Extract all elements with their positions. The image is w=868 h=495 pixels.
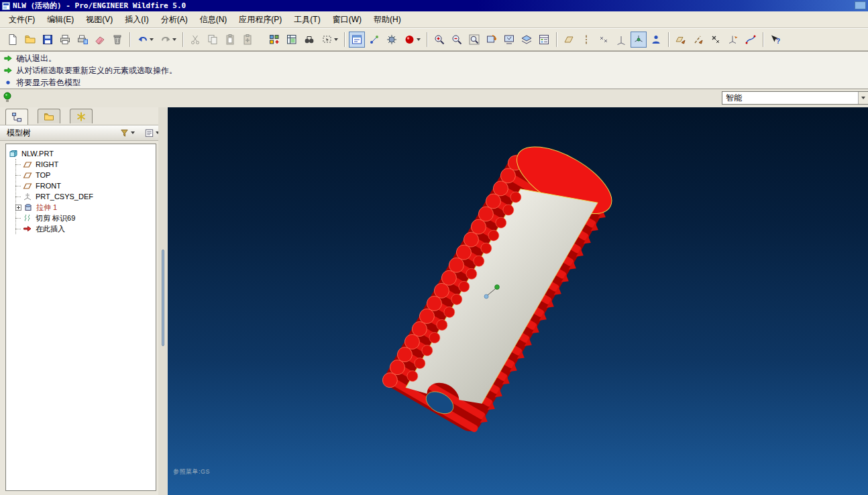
create-datum-curve-button[interactable] <box>743 32 759 48</box>
favorites-star-icon <box>76 111 87 122</box>
view-manager-button[interactable] <box>536 32 552 48</box>
display-settings-button[interactable] <box>349 32 365 48</box>
saved-views-button[interactable] <box>501 32 517 48</box>
tree-item-insert-here[interactable]: 在此插入 <box>9 223 154 234</box>
redo-button[interactable] <box>157 32 178 48</box>
regen-manager-button[interactable] <box>284 32 300 48</box>
paste-special-button[interactable] <box>239 32 256 48</box>
tab-favorites[interactable] <box>70 109 93 123</box>
regen-status-icon[interactable] <box>0 91 15 105</box>
datum-point-blue[interactable] <box>484 294 488 298</box>
model-tree: NLW.PRT RIGHT TOP FRONT PRT_CSYS_DEF <box>6 144 156 235</box>
navigator-tabs <box>5 109 93 125</box>
erase-display-button[interactable] <box>92 32 108 48</box>
graphics-viewport[interactable]: 参照菜单:GS <box>168 107 868 495</box>
find-button[interactable] <box>301 32 317 48</box>
tree-item-label: 拉伸 1 <box>35 203 58 213</box>
menu-window[interactable]: 窗口(W) <box>327 12 368 28</box>
expand-icon[interactable] <box>15 205 21 211</box>
insert-here-icon <box>23 224 32 233</box>
tab-folder-browser[interactable] <box>38 109 60 123</box>
print-preview-button[interactable] <box>74 32 91 48</box>
copy-button[interactable] <box>205 32 221 48</box>
context-help-button[interactable]: ? <box>767 32 783 48</box>
regenerate-button[interactable] <box>266 32 282 48</box>
select-box-button[interactable] <box>319 32 340 48</box>
tree-item-front[interactable]: FRONT <box>9 180 154 191</box>
zoom-in-button[interactable] <box>431 32 447 48</box>
csys-toggle[interactable] <box>613 32 629 48</box>
appearance-gallery-button[interactable] <box>401 32 423 48</box>
paste-button[interactable] <box>222 32 238 48</box>
panel-splitter[interactable] <box>158 107 168 495</box>
selection-filter-combobox[interactable]: 智能 <box>722 91 868 105</box>
layers-button[interactable] <box>519 32 535 48</box>
menu-analysis[interactable]: 分析(A) <box>155 12 194 28</box>
datum-plane-icon <box>23 181 32 190</box>
create-datum-axis-button[interactable] <box>690 32 706 48</box>
open-file-button[interactable] <box>22 32 38 48</box>
datum-point-green[interactable] <box>495 285 500 290</box>
cut-button[interactable] <box>187 32 203 48</box>
tree-item-nlw-prt[interactable]: NLW.PRT <box>9 148 154 159</box>
reorient-view-button[interactable] <box>484 32 500 48</box>
proe-window: { "window": { "title": "NLW (活动的) - Pro/… <box>0 0 868 495</box>
tree-item-top[interactable]: TOP <box>9 170 154 180</box>
3d-model-canvas[interactable] <box>168 107 868 495</box>
tree-item-prt-csys-def[interactable]: PRT_CSYS_DEF <box>9 191 154 202</box>
cut-icon <box>23 213 32 223</box>
toolbar-separator <box>344 32 345 47</box>
splitter-handle[interactable] <box>162 250 164 346</box>
datum-planes-toggle[interactable] <box>561 32 577 48</box>
window-title: NLW (活动的) - Pro/ENGINEER Wildfire 5.0 <box>13 1 186 11</box>
delete-old-versions-button[interactable] <box>109 32 125 48</box>
menu-view[interactable]: 视图(V) <box>80 12 119 28</box>
message-area: 确认退出。 从对话框选取要重新定义的元素或选取操作。 将要显示着色模型 <box>0 51 868 89</box>
extrude-icon <box>23 203 33 212</box>
zoom-out-button[interactable] <box>449 32 465 48</box>
window-control-button[interactable] <box>855 1 866 9</box>
menu-tools[interactable]: 工具(T) <box>288 12 326 28</box>
selection-filter-value: 智能 <box>726 93 742 104</box>
refit-button[interactable] <box>466 32 482 48</box>
datum-point-tool-button[interactable] <box>366 32 382 48</box>
tree-item-extrude-1[interactable]: 拉伸 1 <box>9 202 154 213</box>
print-button[interactable] <box>57 32 73 48</box>
menu-applications[interactable]: 应用程序(P) <box>233 12 288 28</box>
datum-axes-toggle[interactable] <box>578 32 594 48</box>
new-file-button[interactable] <box>5 32 21 48</box>
datum-points-toggle[interactable] <box>596 32 612 48</box>
svg-text:?: ? <box>776 38 780 45</box>
spin-center-toggle[interactable] <box>631 32 647 48</box>
model-tree-box: NLW.PRT RIGHT TOP FRONT PRT_CSYS_DEF <box>5 144 156 491</box>
settings-gear-button[interactable] <box>384 32 400 48</box>
connect-button[interactable] <box>648 32 664 48</box>
datum-plane-icon <box>23 170 32 180</box>
create-datum-plane-button[interactable] <box>673 32 689 48</box>
create-csys-button[interactable] <box>725 32 741 48</box>
undo-button[interactable] <box>134 32 156 48</box>
menu-edit[interactable]: 编辑(E) <box>41 12 80 28</box>
save-button[interactable] <box>40 32 56 48</box>
menu-info[interactable]: 信息(N) <box>194 12 233 28</box>
toolbar-separator <box>129 32 130 47</box>
toolbar-separator <box>668 32 669 47</box>
folder-icon <box>44 111 54 122</box>
tab-model-tree[interactable] <box>5 109 28 125</box>
model-tree-icon <box>11 112 22 123</box>
menu-insert[interactable]: 插入(I) <box>119 12 154 28</box>
navigator-panel: 模型树 NLW.PRT RIGHT <box>0 107 168 495</box>
tree-filters-button[interactable] <box>118 127 136 140</box>
threaded-part-model[interactable] <box>380 131 622 439</box>
datum-plane-icon <box>23 160 32 169</box>
menu-file[interactable]: 文件(F) <box>3 12 41 28</box>
tree-item-cut-id69[interactable]: 切剪 标识69 <box>9 213 154 223</box>
chevron-down-icon[interactable] <box>858 92 868 104</box>
status-filter-row: 智能 <box>0 89 868 107</box>
menu-help[interactable]: 帮助(H) <box>368 12 407 28</box>
green-arrow-icon <box>3 66 13 75</box>
part-icon <box>9 149 18 158</box>
create-datum-point-button[interactable] <box>708 32 724 48</box>
green-arrow-icon <box>3 54 13 63</box>
tree-item-right[interactable]: RIGHT <box>9 159 154 170</box>
